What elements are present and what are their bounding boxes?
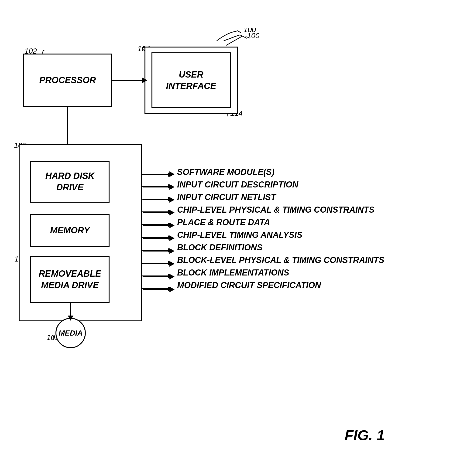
fig-label: FIG. 1 [345,427,385,443]
data-item-9: BLOCK IMPLEMENTATIONS [177,268,384,278]
svg-text:100: 100 [244,28,256,34]
memory-box: MEMORY [30,214,110,247]
media-circle: MEDIA [55,318,86,348]
svg-marker-4 [168,172,172,177]
hdd-label: HARD DISK DRIVE [45,170,94,193]
data-item-7: BLOCK DEFINITIONS [177,243,384,252]
ui-inner-box: USER INTERFACE [151,52,231,108]
svg-marker-10 [168,210,172,214]
data-item-4: CHIP-LEVEL PHYSICAL & TIMING CONSTRAINTS [177,205,384,215]
svg-marker-8 [168,197,172,201]
data-item-3: INPUT CIRCUIT NETLIST [177,192,384,202]
svg-marker-20 [168,274,172,278]
data-item-10: MODIFIED CIRCUIT SPECIFICATION [177,280,384,290]
svg-marker-12 [168,222,172,227]
ui-label: USER INTERFACE [166,69,216,92]
data-item-2: INPUT CIRCUIT DESCRIPTION [177,180,384,190]
processor-box: PROCESSOR [23,54,112,107]
processor-label: PROCESSOR [39,75,96,86]
memory-label: MEMORY [50,225,90,236]
svg-marker-14 [168,235,172,240]
data-item-8: BLOCK-LEVEL PHYSICAL & TIMING CONSTRAINT… [177,255,384,265]
media-label: MEDIA [59,329,82,337]
ref-100-bracket: 100 [214,28,261,44]
rmd-box: REMOVEABLE MEDIA DRIVE [30,256,110,303]
svg-marker-6 [168,184,172,189]
data-item-6: CHIP-LEVEL TIMING ANALYSIS [177,230,384,240]
data-list: SOFTWARE MODULE(S) INPUT CIRCUIT DESCRIP… [177,167,384,293]
data-item-1: SOFTWARE MODULE(S) [177,167,384,177]
svg-marker-18 [168,261,172,265]
rmd-label: REMOVEABLE MEDIA DRIVE [39,268,101,291]
svg-marker-22 [168,286,172,291]
data-item-5: PLACE & ROUTE DATA [177,218,384,227]
svg-marker-16 [168,248,172,253]
diagram-container: 100 100 102 104 106 114 140 [0,0,457,476]
hdd-box: HARD DISK DRIVE [30,161,110,203]
